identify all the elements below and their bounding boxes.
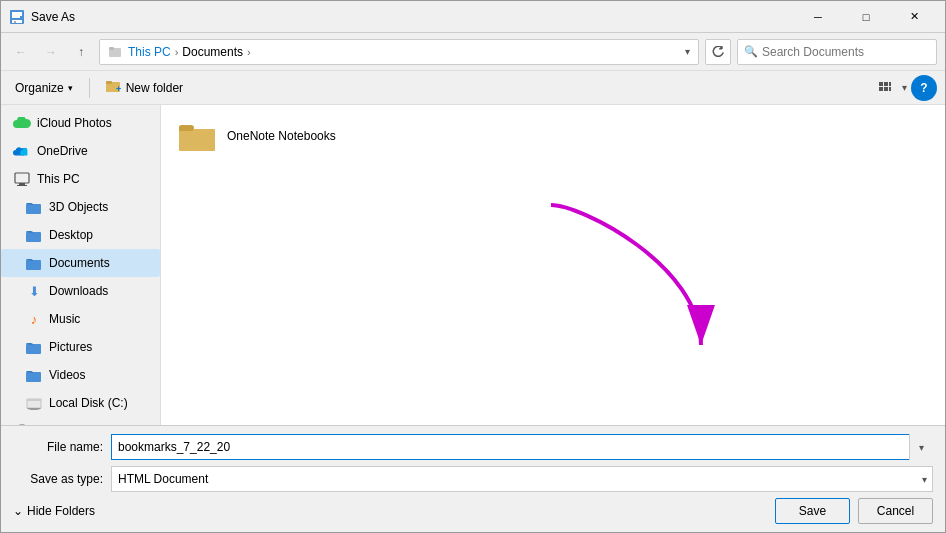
thispc-icon (13, 170, 31, 188)
svg-rect-17 (19, 183, 25, 185)
chevron-down-icon: ⌄ (13, 504, 23, 518)
sidebar-item-3d-objects[interactable]: 3D Objects (1, 193, 160, 221)
svg-rect-11 (884, 82, 888, 86)
filename-dropdown-button[interactable]: ▾ (909, 434, 933, 460)
bottom-area: File name: ▾ Save as type: HTML Document… (1, 425, 945, 532)
breadcrumb-sep2: › (247, 46, 251, 58)
toolbar-right: ▾ ? (872, 75, 937, 101)
savetype-row: Save as type: HTML Document Web Page, Co… (13, 466, 933, 492)
sidebar-item-desktop[interactable]: Desktop (1, 221, 160, 249)
view-button[interactable] (872, 75, 898, 101)
sidebar-item-onedrive[interactable]: OneDrive (1, 137, 160, 165)
svg-rect-23 (26, 372, 41, 382)
sidebar: iCloud Photos OneDrive (1, 105, 161, 425)
new-folder-label: New folder (126, 81, 183, 95)
filename-label: File name: (13, 440, 103, 454)
sidebar-item-downloads[interactable]: ⬇ Downloads (1, 277, 160, 305)
help-button[interactable]: ? (911, 75, 937, 101)
close-button[interactable]: ✕ (891, 1, 937, 33)
pictures-icon (25, 338, 43, 356)
savetype-label: Save as type: (13, 472, 103, 486)
action-buttons: Save Cancel (775, 498, 933, 524)
sidebar-item-network[interactable]: Network (1, 417, 160, 425)
sidebar-item-music[interactable]: ♪ Music (1, 305, 160, 333)
view-dropdown-icon: ▾ (902, 82, 907, 93)
sidebar-item-label: OneDrive (37, 144, 88, 158)
breadcrumb-sep1: › (175, 46, 179, 58)
address-path[interactable]: This PC › Documents › ▾ (99, 39, 699, 65)
breadcrumb-documents: Documents (182, 45, 243, 59)
svg-rect-10 (879, 82, 883, 86)
breadcrumb-thispc: This PC (128, 45, 171, 59)
sidebar-item-label: Videos (49, 368, 85, 382)
svg-rect-22 (26, 344, 41, 354)
new-folder-button[interactable]: + New folder (100, 75, 189, 101)
breadcrumb: This PC › Documents › (108, 45, 251, 59)
sidebar-item-videos[interactable]: Videos (1, 361, 160, 389)
svg-rect-15 (889, 87, 891, 91)
downloads-icon: ⬇ (25, 282, 43, 300)
svg-rect-1 (12, 12, 20, 18)
sidebar-item-documents[interactable]: Documents (1, 249, 160, 277)
sidebar-item-pictures[interactable]: Pictures (1, 333, 160, 361)
refresh-button[interactable] (705, 39, 731, 65)
svg-rect-33 (179, 127, 193, 131)
svg-rect-21 (26, 260, 41, 270)
save-button[interactable]: Save (775, 498, 850, 524)
search-box[interactable]: 🔍 (737, 39, 937, 65)
folder-desktop-icon (25, 226, 43, 244)
sidebar-item-this-pc[interactable]: This PC (1, 165, 160, 193)
folder-onenote-icon (177, 119, 217, 153)
title-bar-text: Save As (31, 10, 795, 24)
back-button[interactable]: ← (9, 40, 33, 64)
search-input[interactable] (762, 45, 930, 59)
svg-rect-3 (12, 20, 22, 23)
save-as-dialog: Save As ─ □ ✕ ← → ↑ This PC › Documents … (0, 0, 946, 533)
sidebar-item-label: Music (49, 312, 80, 326)
content-area: iCloud Photos OneDrive (1, 105, 945, 425)
cancel-button[interactable]: Cancel (858, 498, 933, 524)
svg-rect-2 (20, 12, 22, 16)
onedrive-icon (13, 142, 31, 160)
svg-rect-20 (26, 232, 41, 242)
svg-text:+: + (116, 84, 121, 93)
address-bar: ← → ↑ This PC › Documents › ▾ 🔍 (1, 33, 945, 71)
forward-button[interactable]: → (39, 40, 63, 64)
organize-dropdown-icon: ▾ (68, 83, 73, 93)
sidebar-item-local-disk[interactable]: Local Disk (C:) (1, 389, 160, 417)
svg-rect-19 (26, 204, 41, 214)
file-item-name: OneNote Notebooks (227, 129, 336, 143)
folder-3d-icon (25, 198, 43, 216)
svg-rect-26 (27, 399, 41, 401)
svg-rect-13 (879, 87, 883, 91)
hide-folders-button[interactable]: ⌄ Hide Folders (13, 504, 95, 518)
svg-rect-8 (106, 81, 112, 84)
annotation-arrow (521, 185, 741, 385)
address-dropdown-btn[interactable]: ▾ (685, 46, 690, 57)
svg-rect-12 (889, 82, 891, 86)
file-item-onenote[interactable]: OneNote Notebooks (169, 113, 937, 159)
filename-input[interactable] (111, 434, 933, 460)
svg-rect-16 (15, 173, 29, 183)
sidebar-item-icloud-photos[interactable]: iCloud Photos (1, 109, 160, 137)
sidebar-item-label: 3D Objects (49, 200, 108, 214)
svg-rect-32 (179, 129, 215, 151)
folder-documents-icon (25, 254, 43, 272)
up-button[interactable]: ↑ (69, 40, 93, 64)
videos-icon (25, 366, 43, 384)
hide-folders-label: Hide Folders (27, 504, 95, 518)
file-area: OneNote Notebooks (161, 105, 945, 425)
sidebar-item-label: Local Disk (C:) (49, 396, 128, 410)
savetype-select-wrap: HTML Document Web Page, Complete Text Do… (111, 466, 933, 492)
title-bar: Save As ─ □ ✕ (1, 1, 945, 33)
search-icon: 🔍 (744, 45, 758, 58)
sidebar-item-label: Desktop (49, 228, 93, 242)
disk-icon (25, 394, 43, 412)
sidebar-item-label: This PC (37, 172, 80, 186)
sidebar-item-label: Pictures (49, 340, 92, 354)
minimize-button[interactable]: ─ (795, 1, 841, 33)
maximize-button[interactable]: □ (843, 1, 889, 33)
organize-button[interactable]: Organize ▾ (9, 75, 79, 101)
savetype-select[interactable]: HTML Document Web Page, Complete Text Do… (111, 466, 933, 492)
svg-rect-14 (884, 87, 888, 91)
